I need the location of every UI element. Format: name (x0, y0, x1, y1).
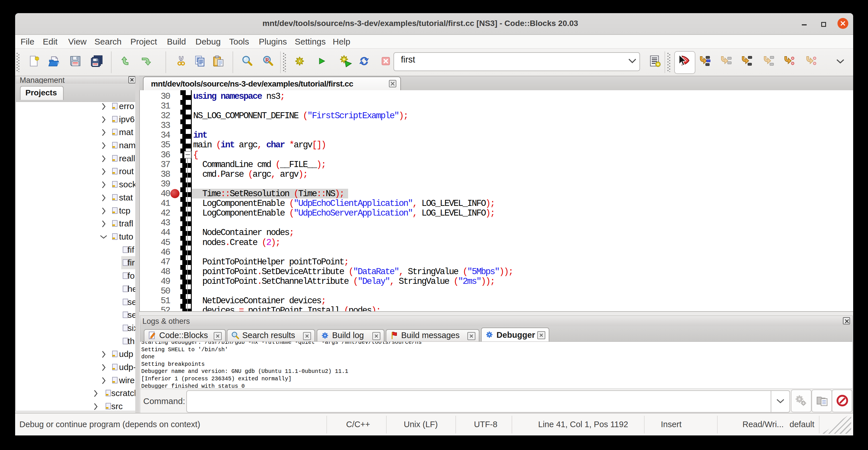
svg-text:R: R (265, 57, 269, 63)
